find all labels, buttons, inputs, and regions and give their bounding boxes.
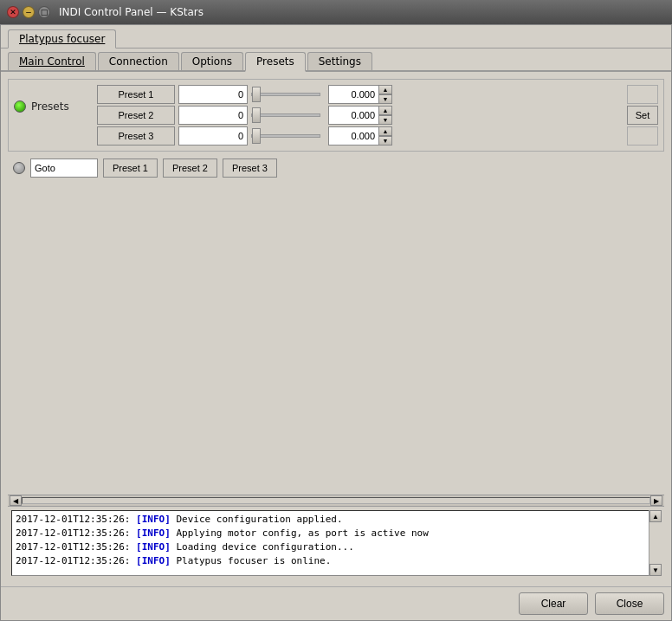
empty-panel-area [8, 184, 664, 491]
preset-row-3: Preset 3 ▲ ▼ [97, 126, 622, 146]
preset3-spin-buttons: ▲ ▼ [378, 126, 392, 146]
preset1-spin-input[interactable] [328, 85, 378, 104]
preset3-spin-down[interactable]: ▼ [378, 136, 392, 146]
tab-settings[interactable]: Settings [307, 52, 372, 70]
log-scroll-down[interactable]: ▼ [649, 564, 662, 576]
presets-led [14, 100, 26, 113]
preset1-spin-buttons: ▲ ▼ [378, 85, 392, 104]
log-line-4: 2017-12-01T12:35:26: [INFO] Platypus foc… [16, 554, 644, 568]
preset2-spin-up[interactable]: ▲ [378, 106, 392, 115]
preset1-spin-up[interactable]: ▲ [378, 85, 392, 94]
preset3-spinbox: ▲ ▼ [328, 126, 392, 146]
preset3-spin-up[interactable]: ▲ [378, 126, 392, 136]
preset2-spinbox: ▲ ▼ [328, 106, 392, 125]
device-tab-platypus[interactable]: Platypus focuser [8, 29, 116, 49]
preset2-button[interactable]: Preset 2 [97, 106, 175, 125]
presets-section: Presets Preset 1 [8, 79, 664, 152]
device-tab-bar: Platypus focuser [1, 25, 671, 49]
tab-connection[interactable]: Connection [98, 52, 179, 70]
bottom-bar: Clear Close [1, 586, 671, 620]
preset3-slider[interactable] [251, 126, 325, 146]
maximize-button[interactable]: □ [38, 6, 50, 18]
main-window: Platypus focuser Main Control Connection… [0, 24, 672, 621]
log-scroll-up[interactable]: ▲ [649, 510, 662, 522]
preset-rows: Preset 1 ▲ ▼ [97, 85, 622, 146]
goto-preset1-button[interactable]: Preset 1 [103, 158, 158, 178]
minimize-button[interactable]: − [23, 6, 35, 18]
clear-button[interactable]: Clear [519, 592, 588, 615]
set-placeholder-bottom [627, 126, 658, 146]
log-output: 2017-12-01T12:35:26: [INFO] Device confi… [11, 510, 661, 576]
panel-content: Presets Preset 1 [1, 72, 671, 586]
set-button-area: Set [627, 85, 658, 146]
preset2-spin-buttons: ▲ ▼ [378, 106, 392, 125]
content-area: Main Control Connection Options Presets … [1, 49, 671, 620]
scroll-track[interactable] [22, 497, 650, 504]
window-controls[interactable]: ✕ − □ [7, 6, 50, 18]
goto-led [13, 162, 25, 174]
goto-preset2-button[interactable]: Preset 2 [163, 158, 217, 178]
goto-section: Preset 1 Preset 2 Preset 3 [8, 155, 664, 181]
window-title: INDI Control Panel — KStars [59, 6, 204, 18]
preset2-slider[interactable] [251, 106, 325, 125]
preset3-button[interactable]: Preset 3 [97, 126, 175, 146]
log-scrollbar[interactable]: ▲ ▼ [649, 510, 661, 576]
close-button[interactable]: Close [595, 592, 664, 615]
titlebar: ✕ − □ INDI Control Panel — KStars [0, 0, 672, 24]
log-line-2: 2017-12-01T12:35:26: [INFO] Applying mot… [16, 527, 644, 540]
scroll-left-button[interactable]: ◀ [10, 495, 22, 506]
scroll-right-button[interactable]: ▶ [650, 495, 662, 506]
presets-label: Presets [31, 100, 92, 113]
panel-tab-bar: Main Control Connection Options Presets … [1, 49, 671, 72]
preset1-button[interactable]: Preset 1 [97, 85, 175, 104]
preset-row-1: Preset 1 ▲ ▼ [97, 85, 622, 104]
preset3-value-input[interactable] [178, 126, 248, 146]
goto-input[interactable] [30, 158, 98, 178]
preset1-value-input[interactable] [178, 85, 248, 104]
preset-row-2: Preset 2 ▲ ▼ [97, 106, 622, 125]
log-line-3: 2017-12-01T12:35:26: [INFO] Loading devi… [16, 540, 644, 554]
preset1-spin-down[interactable]: ▼ [378, 94, 392, 104]
goto-preset3-button[interactable]: Preset 3 [223, 158, 277, 178]
horizontal-scrollbar[interactable]: ◀ ▶ [8, 495, 664, 507]
tab-main-control[interactable]: Main Control [8, 52, 96, 70]
preset2-value-input[interactable] [178, 106, 248, 125]
preset1-spinbox: ▲ ▼ [328, 85, 392, 104]
tab-options[interactable]: Options [181, 52, 243, 70]
preset3-spin-input[interactable] [328, 126, 378, 146]
preset2-spin-input[interactable] [328, 106, 378, 125]
close-window-button[interactable]: ✕ [7, 6, 19, 18]
log-section: 2017-12-01T12:35:26: [INFO] Device confi… [11, 510, 661, 576]
preset1-slider[interactable] [251, 85, 325, 104]
set-placeholder-top [627, 85, 658, 104]
presets-label-area: Presets [14, 85, 92, 113]
tab-presets[interactable]: Presets [245, 52, 306, 72]
log-scroll-track[interactable] [649, 522, 661, 564]
log-line-1: 2017-12-01T12:35:26: [INFO] Device confi… [16, 513, 644, 527]
preset2-spin-down[interactable]: ▼ [378, 115, 392, 125]
set-button[interactable]: Set [627, 106, 658, 125]
